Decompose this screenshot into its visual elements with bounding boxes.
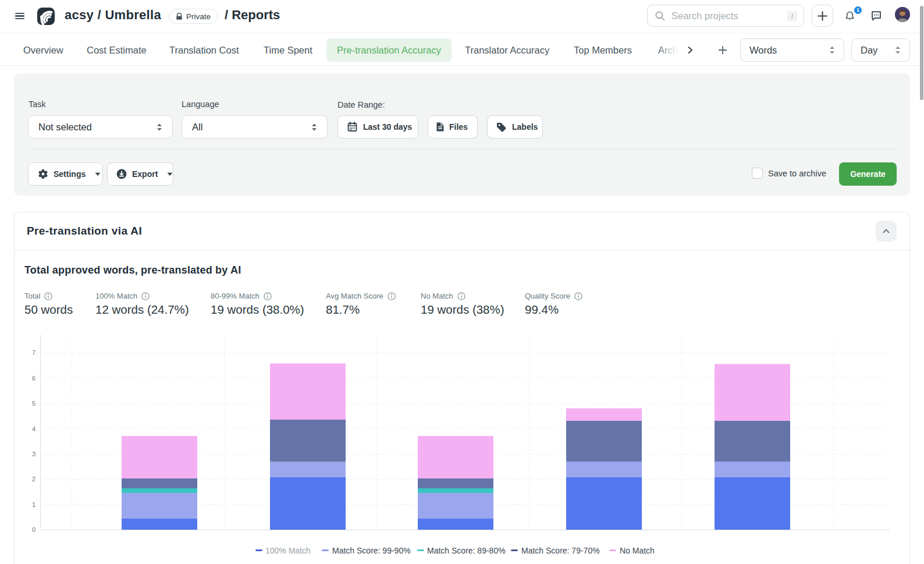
svg-text:2: 2: [32, 476, 35, 483]
svg-text:Match Score: 79-70%: Match Score: 79-70%: [521, 546, 600, 555]
svg-text:3: 3: [32, 451, 35, 457]
svg-text:Match Score: 89-80%: Match Score: 89-80%: [427, 546, 506, 555]
svg-text:1: 1: [32, 501, 35, 508]
svg-text:No Match: No Match: [620, 546, 655, 555]
svg-text:7: 7: [32, 349, 35, 356]
svg-text:100% Match: 100% Match: [265, 546, 311, 555]
svg-text:0: 0: [32, 526, 35, 533]
svg-text:Match Score: 99-90%: Match Score: 99-90%: [332, 546, 411, 555]
svg-text:5: 5: [32, 400, 35, 407]
svg-text:4: 4: [32, 425, 35, 432]
svg-text:6: 6: [32, 375, 35, 382]
